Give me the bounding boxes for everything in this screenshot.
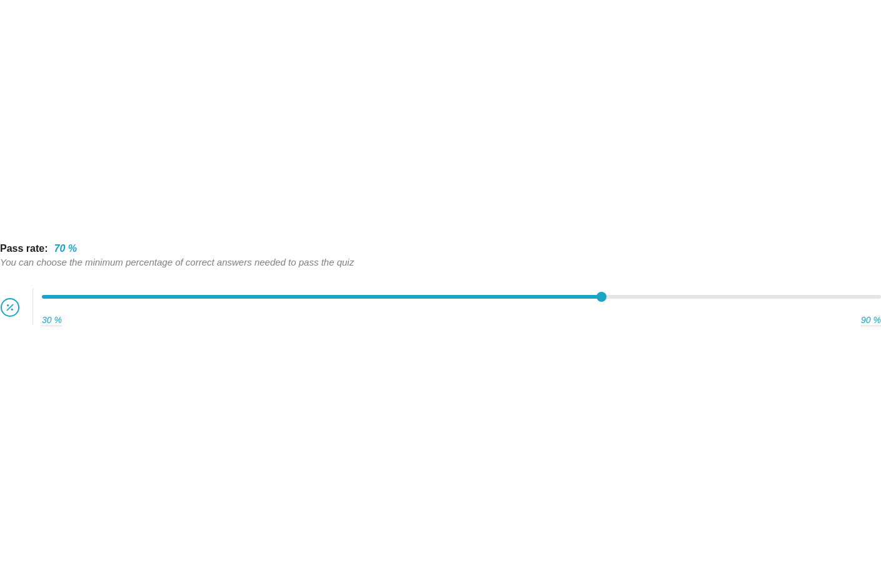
svg-point-1 [7, 304, 9, 306]
svg-point-2 [11, 309, 13, 311]
slider-fill [42, 295, 602, 299]
slider-max-label[interactable]: 90 % [861, 315, 881, 326]
pass-rate-label: Pass rate: [0, 243, 48, 254]
vertical-divider [33, 289, 33, 325]
slider-thumb[interactable] [597, 292, 607, 302]
pass-rate-value: 70 % [54, 243, 77, 254]
pass-rate-header: Pass rate: 70 % [0, 243, 881, 254]
slider-labels: 30 % 90 % [42, 315, 881, 326]
pass-rate-slider[interactable] [42, 292, 881, 301]
pass-rate-description: You can choose the minimum percentage of… [0, 257, 881, 267]
percent-icon [0, 297, 20, 317]
slider-section: 30 % 90 % [0, 289, 881, 326]
slider-column: 30 % 90 % [42, 289, 881, 326]
slider-min-label[interactable]: 30 % [42, 315, 62, 326]
pass-rate-section: Pass rate: 70 % You can choose the minim… [0, 243, 881, 326]
